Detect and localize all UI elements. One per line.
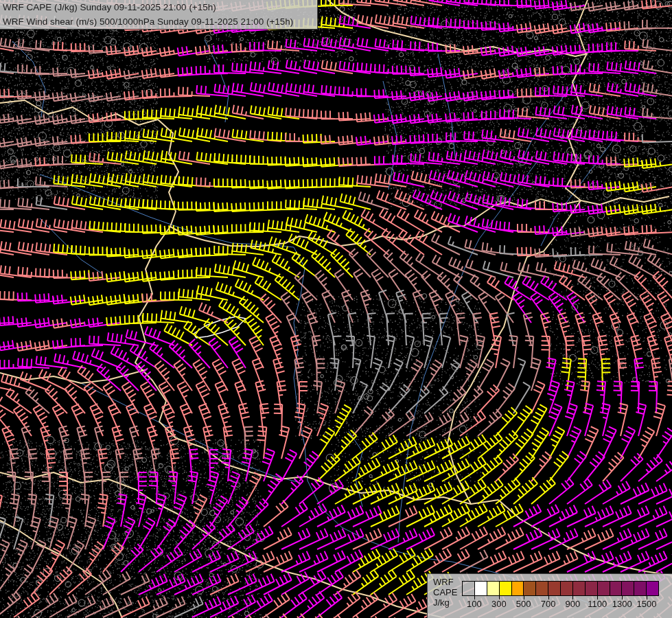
cape-scale-tick-label: 1500 xyxy=(632,599,662,609)
cape-colorbar-cell xyxy=(512,582,524,595)
cape-colorbar-cell xyxy=(586,582,598,595)
cape-colorbar-cell xyxy=(548,582,561,595)
cape-colorbar-cell xyxy=(500,582,512,595)
cape-legend-label: WRF CAPE J/kg xyxy=(433,577,457,608)
legend-label-units: J/kg xyxy=(433,597,457,608)
cape-legend: WRF CAPE J/kg 10030050070090011001300150… xyxy=(427,573,672,618)
cape-colorbar-cell xyxy=(634,582,647,595)
legend-label-cape: CAPE xyxy=(433,587,457,597)
legend-label-wrf: WRF xyxy=(433,577,457,587)
cape-colorbar-cell xyxy=(610,582,623,595)
cape-colorbar-cell xyxy=(647,582,658,595)
cape-colorbar-cell xyxy=(622,582,634,595)
cape-colorbar-cell xyxy=(598,582,610,595)
wrf-weather-map-view: WRF CAPE (J/kg) Sunday 09-11-2025 21:00 … xyxy=(0,0,672,618)
cape-colorbar-cell xyxy=(463,582,475,595)
cape-colorbar-cell xyxy=(561,582,573,595)
map-title-box: WRF CAPE (J/kg) Sunday 09-11-2025 21:00 … xyxy=(0,0,318,30)
cape-colorbar-cell xyxy=(487,582,500,595)
title-cape: WRF CAPE (J/kg) Sunday 09-11-2025 21:00 … xyxy=(0,0,317,14)
cape-colorbar-cell xyxy=(536,582,548,595)
cape-colorbar-cell xyxy=(573,582,586,595)
cape-colorbar-cell xyxy=(475,582,487,595)
cape-colorbar xyxy=(462,581,659,596)
weather-map-canvas xyxy=(0,0,672,618)
title-wind-shear: WRF Wind shear (m/s) 500/1000hPa Sunday … xyxy=(0,14,317,29)
cape-colorbar-cell xyxy=(524,582,536,595)
